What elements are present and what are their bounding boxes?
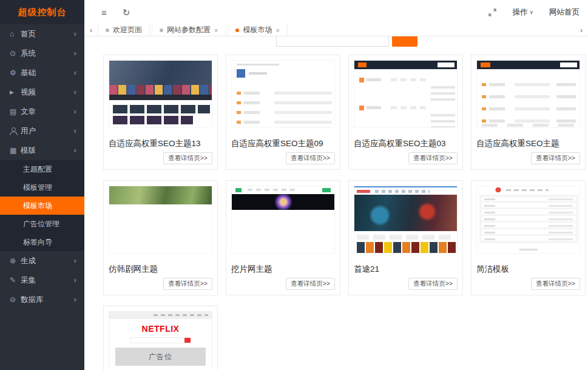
template-thumbnail — [354, 60, 458, 128]
search-button[interactable] — [392, 36, 417, 47]
sidebar-item-article[interactable]: ▤ 文章 ∨ — [0, 102, 84, 121]
template-thumbnail — [476, 60, 580, 128]
view-detail-button[interactable]: 查看详情页>> — [531, 278, 580, 290]
chevron-down-icon: ∨ — [73, 50, 77, 56]
view-detail-button[interactable]: 查看详情页>> — [531, 152, 580, 164]
sidebar-item-label: 系统 — [21, 49, 73, 59]
tab-dot-icon — [235, 29, 239, 32]
sidebar-item-collect[interactable]: ✎ 采集 ∨ — [0, 271, 84, 290]
chevron-down-icon: ∨ — [73, 89, 77, 95]
template-card[interactable]: 简洁模板 查看详情页>> — [471, 180, 586, 295]
close-icon[interactable]: × — [214, 27, 218, 34]
sidebar-item-system[interactable]: ⊙ 系统 ∨ — [0, 44, 84, 63]
site-home-link[interactable]: 网站首页 — [549, 7, 580, 18]
chevron-down-icon: ∨ — [73, 277, 77, 283]
chevron-down-icon: ∨ — [73, 70, 77, 76]
template-title: 挖片网主题 — [231, 264, 335, 275]
search-row — [103, 36, 588, 47]
template-thumbnail — [109, 60, 212, 128]
template-card[interactable]: 挖片网主题 查看详情页>> — [226, 180, 340, 295]
template-title: 简洁模板 — [476, 264, 580, 275]
home-icon: ⌂ — [10, 30, 21, 38]
video-icon: ▶ — [10, 89, 21, 95]
topbar: ≡ ↻ 操作 ∨ 网站首页 — [84, 0, 588, 24]
article-icon: ▤ — [10, 107, 21, 116]
sidebar-item-basic[interactable]: ⚙ 基础 ∨ — [0, 63, 84, 82]
settings-icon: ⚙ — [10, 69, 21, 77]
template-title: 自适应高权重SEO主题03 — [354, 138, 458, 149]
sidebar-item-template-market[interactable]: 模板市场 — [0, 197, 84, 215]
sidebar-item-tag-wizard[interactable]: 标签向导 — [0, 233, 84, 251]
template-market-page: 自适应高权重SEO主题13 查看详情页>> 自适应高权重SEO主题09 查看详情… — [84, 36, 588, 370]
sidebar-item-template[interactable]: ▦ 模版 ∧ — [0, 141, 84, 160]
thumb-topbar — [109, 312, 212, 319]
sidebar: 超级控制台 ⌂ 首页 ∨ ⊙ 系统 ∨ ⚙ 基础 ∨ ▶ 视频 ∨ ▤ 文章 ∨… — [0, 0, 84, 370]
search-input[interactable] — [276, 36, 389, 47]
view-detail-button[interactable]: 查看详情页>> — [408, 152, 458, 164]
tab-label: 网站参数配置 — [167, 25, 211, 35]
template-thumbnail — [109, 186, 212, 254]
tab-label: 欢迎页面 — [113, 25, 142, 35]
sidebar-item-template-manage[interactable]: 模板管理 — [0, 178, 84, 197]
view-detail-button[interactable]: 查看详情页>> — [163, 278, 212, 290]
sidebar-item-label: 首页 — [21, 29, 73, 39]
template-card[interactable]: 自适应高权重SEO主题 查看详情页>> — [471, 55, 586, 170]
tab-dot-icon — [106, 29, 109, 32]
sidebar-item-user[interactable]: 用户 ∨ — [0, 121, 84, 141]
sidebar-item-label: 采集 — [21, 275, 73, 286]
template-title: 自适应高权重SEO主题13 — [109, 138, 212, 149]
sidebar-item-label: 模版 — [21, 146, 73, 156]
sidebar-item-label: 数据库 — [21, 295, 73, 305]
template-title: 首途21 — [354, 264, 458, 275]
chevron-down-icon: ∨ — [529, 9, 533, 15]
template-title: 自适应高权重SEO主题 — [476, 138, 580, 149]
close-icon[interactable]: × — [275, 27, 279, 34]
refresh-icon[interactable]: ↻ — [123, 8, 130, 17]
view-detail-button[interactable]: 查看详情页>> — [286, 152, 335, 164]
fullscreen-icon[interactable] — [488, 8, 496, 16]
menu-toggle-icon[interactable]: ≡ — [101, 8, 107, 17]
tab-welcome[interactable]: 欢迎页面 — [98, 24, 150, 36]
sidebar-item-generate[interactable]: ⊕ 生成 ∨ — [0, 251, 84, 271]
sidebar-item-label: 生成 — [21, 256, 73, 266]
tabs-next-icon[interactable]: › — [575, 24, 588, 36]
tabs-prev-icon[interactable]: ‹ — [84, 24, 98, 36]
sidebar-item-theme-config[interactable]: 主题配置 — [0, 160, 84, 178]
collect-icon: ✎ — [10, 276, 21, 284]
chevron-down-icon: ∨ — [73, 109, 77, 115]
view-detail-button[interactable]: 查看详情页>> — [286, 278, 335, 290]
sidebar-item-label: 基础 — [21, 68, 73, 78]
tab-dot-icon — [160, 29, 163, 32]
template-card[interactable]: 仿韩剧网主题 查看详情页>> — [103, 180, 218, 295]
template-thumbnail — [231, 60, 335, 128]
system-icon: ⊙ — [10, 49, 21, 58]
netflix-logo: NETFLIX — [109, 324, 212, 334]
template-card[interactable]: 自适应高权重SEO主题13 查看详情页>> — [103, 55, 218, 170]
template-card[interactable]: 自适应高权重SEO主题03 查看详情页>> — [348, 55, 463, 170]
template-icon: ▦ — [10, 146, 21, 155]
chevron-down-icon: ∨ — [73, 297, 77, 303]
template-thumbnail — [231, 186, 335, 254]
app-title: 超级控制台 — [0, 0, 84, 24]
template-card[interactable]: 自适应高权重SEO主题09 查看详情页>> — [226, 55, 340, 170]
sidebar-item-home[interactable]: ⌂ 首页 ∨ — [0, 24, 84, 44]
tab-bar: ‹ 欢迎页面 网站参数配置 × 模板市场 × › — [84, 24, 588, 36]
actions-label: 操作 — [512, 7, 527, 18]
tab-site-params[interactable]: 网站参数配置 × — [152, 24, 226, 36]
actions-dropdown[interactable]: 操作 ∨ — [512, 7, 533, 18]
sidebar-item-ad-manage[interactable]: 广告位管理 — [0, 215, 84, 233]
generate-icon: ⊕ — [10, 257, 21, 265]
view-detail-button[interactable]: 查看详情页>> — [408, 278, 458, 290]
template-grid: 自适应高权重SEO主题13 查看详情页>> 自适应高权重SEO主题09 查看详情… — [103, 55, 588, 370]
chevron-down-icon: ∨ — [73, 31, 77, 37]
sidebar-item-database[interactable]: ⊖ 数据库 ∨ — [0, 290, 84, 309]
template-card[interactable]: 首途21 查看详情页>> — [348, 180, 463, 295]
tab-template-market[interactable]: 模板市场 × — [228, 24, 287, 36]
sidebar-item-video[interactable]: ▶ 视频 ∨ — [0, 82, 84, 102]
view-detail-button[interactable]: 查看详情页>> — [163, 152, 212, 164]
chevron-down-icon: ∨ — [73, 128, 77, 134]
template-thumbnail — [354, 186, 458, 254]
template-card[interactable]: NETFLIX 广告位 — [103, 306, 218, 370]
template-title: 自适应高权重SEO主题09 — [231, 138, 335, 149]
database-icon: ⊖ — [10, 295, 21, 304]
